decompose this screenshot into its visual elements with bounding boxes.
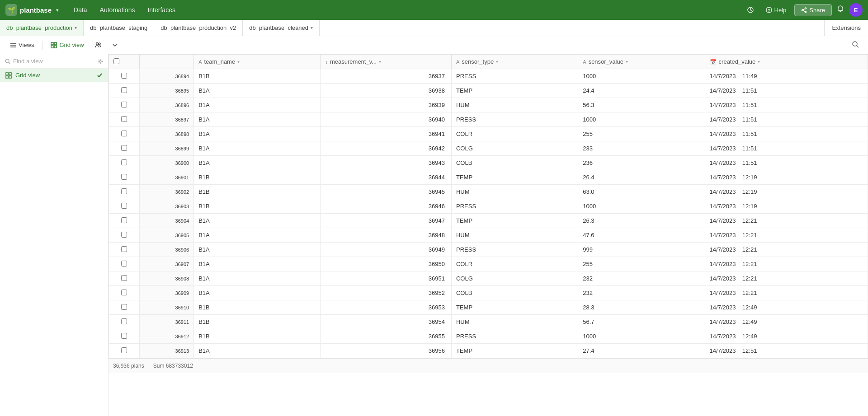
row-checkbox[interactable] <box>121 131 127 136</box>
col-sensor-value[interactable]: A sensor_value ▾ <box>578 55 705 69</box>
table-row: 36897 B1A 36940 PRESS 1000 14/7/2023 11:… <box>109 112 868 127</box>
row-checkbox-cell[interactable] <box>109 315 140 329</box>
cell-created-value: 14/7/2023 12:49 <box>705 300 868 315</box>
row-checkbox[interactable] <box>121 73 127 79</box>
col-checkbox[interactable] <box>109 55 140 69</box>
avatar[interactable]: E <box>849 3 863 17</box>
select-all-checkbox[interactable] <box>113 58 119 64</box>
row-checkbox-cell[interactable] <box>109 329 140 344</box>
row-checkbox-cell[interactable] <box>109 69 140 84</box>
row-checkbox[interactable] <box>121 290 127 295</box>
sval-type-icon: A <box>583 59 586 65</box>
cell-team-name: B1A <box>194 156 321 170</box>
tab-db-production-v2[interactable]: db_plantbase_production_v2 <box>154 20 243 36</box>
row-checkbox-cell[interactable] <box>109 344 140 358</box>
col-created-label: created_value <box>719 58 756 65</box>
cell-created-value: 14/7/2023 12:49 <box>705 329 868 344</box>
sidebar-item-grid-view[interactable]: Grid view <box>0 69 108 82</box>
row-checkbox[interactable] <box>121 246 127 252</box>
extensions-button[interactable]: Extensions <box>824 20 868 36</box>
views-button[interactable]: Views <box>5 40 38 50</box>
notifications-button[interactable] <box>836 5 844 15</box>
row-checkbox-cell[interactable] <box>109 141 140 156</box>
row-checkbox[interactable] <box>121 304 127 310</box>
sidebar-settings-icon[interactable] <box>97 58 104 65</box>
cell-sensor-type: COLR <box>451 127 578 141</box>
row-checkbox-cell[interactable] <box>109 214 140 228</box>
row-checkbox[interactable] <box>121 188 127 194</box>
cell-measurement: 36949 <box>321 243 452 257</box>
cell-sensor-type: TEMP <box>451 300 578 315</box>
svg-point-4 <box>805 11 807 13</box>
toolbar-divider <box>42 41 42 50</box>
row-checkbox[interactable] <box>121 261 127 266</box>
cell-measurement: 36939 <box>321 98 452 112</box>
tab-db-cleaned[interactable]: db_plantbase_cleaned ▾ <box>243 20 320 36</box>
row-checkbox-cell[interactable] <box>109 185 140 199</box>
data-table: A team_name ▾ ↕ measurement_v... ▾ <box>108 54 868 358</box>
tab-production-v2-label: db_plantbase_production_v2 <box>160 24 236 31</box>
row-checkbox[interactable] <box>121 275 127 281</box>
cell-sensor-value: 232 <box>578 271 705 286</box>
row-checkbox[interactable] <box>121 159 127 165</box>
nav-interfaces[interactable]: Interfaces <box>141 4 181 16</box>
cell-measurement: 36941 <box>321 127 452 141</box>
row-checkbox[interactable] <box>121 145 127 151</box>
main-layout: Grid view A team_name ▾ <box>0 54 868 416</box>
row-number: 36911 <box>140 315 194 329</box>
chevron-down-button[interactable] <box>108 41 122 50</box>
cell-sensor-type: PRESS <box>451 199 578 214</box>
help-button[interactable]: ? Help <box>762 5 790 16</box>
col-created-value[interactable]: 📅 created_value ▾ <box>705 55 868 69</box>
row-checkbox-cell[interactable] <box>109 228 140 243</box>
svg-line-6 <box>803 10 805 12</box>
col-team-name[interactable]: A team_name ▾ <box>194 55 321 69</box>
row-checkbox[interactable] <box>121 87 127 93</box>
nav-automations[interactable]: Automations <box>94 4 142 16</box>
history-button[interactable] <box>743 4 758 16</box>
row-checkbox-cell[interactable] <box>109 271 140 286</box>
grid-area[interactable]: A team_name ▾ ↕ measurement_v... ▾ <box>108 54 868 416</box>
row-checkbox-cell[interactable] <box>109 98 140 112</box>
tab-db-production[interactable]: db_plantbase_production ▾ <box>0 20 84 36</box>
row-checkbox-cell[interactable] <box>109 170 140 185</box>
svg-rect-16 <box>54 46 57 48</box>
row-checkbox[interactable] <box>121 102 127 108</box>
table-row: 36913 B1A 36956 TEMP 27.4 14/7/2023 12:5… <box>109 344 868 358</box>
sidebar-search-input[interactable] <box>13 58 94 65</box>
tab-staging-label: db_plantbase_staging <box>90 24 147 31</box>
nav-data[interactable]: Data <box>67 4 94 16</box>
grid-view-button[interactable]: Grid view <box>46 40 88 50</box>
row-checkbox-cell[interactable] <box>109 300 140 315</box>
people-icon-button[interactable] <box>90 40 106 50</box>
row-checkbox-cell[interactable] <box>109 112 140 127</box>
row-checkbox-cell[interactable] <box>109 127 140 141</box>
row-checkbox[interactable] <box>121 318 127 324</box>
row-checkbox-cell[interactable] <box>109 156 140 170</box>
row-checkbox[interactable] <box>121 174 127 180</box>
row-checkbox[interactable] <box>121 232 127 238</box>
row-checkbox-cell[interactable] <box>109 243 140 257</box>
tab-production-label: db_plantbase_production <box>6 24 72 31</box>
row-checkbox-cell[interactable] <box>109 199 140 214</box>
col-sensor-type[interactable]: A sensor_type ▾ <box>451 55 578 69</box>
cell-measurement: 36937 <box>321 69 452 84</box>
tab-db-staging[interactable]: db_plantbase_staging <box>84 20 154 36</box>
row-checkbox-cell[interactable] <box>109 257 140 271</box>
row-checkbox-cell[interactable] <box>109 286 140 300</box>
search-button[interactable] <box>848 39 863 51</box>
row-checkbox[interactable] <box>121 203 127 209</box>
row-checkbox[interactable] <box>121 116 127 122</box>
cell-sensor-type: COLB <box>451 156 578 170</box>
share-button[interactable]: Share <box>794 4 832 16</box>
cell-measurement: 36942 <box>321 141 452 156</box>
cell-team-name: B1B <box>194 329 321 344</box>
app-logo[interactable]: 🌱 plantbase ▾ <box>5 4 58 16</box>
row-checkbox[interactable] <box>121 333 127 339</box>
app-name: plantbase <box>20 6 52 14</box>
row-checkbox-cell[interactable] <box>109 84 140 98</box>
svg-point-3 <box>805 8 807 9</box>
col-measurement[interactable]: ↕ measurement_v... ▾ <box>321 55 452 69</box>
row-checkbox[interactable] <box>121 217 127 223</box>
row-checkbox[interactable] <box>121 347 127 353</box>
